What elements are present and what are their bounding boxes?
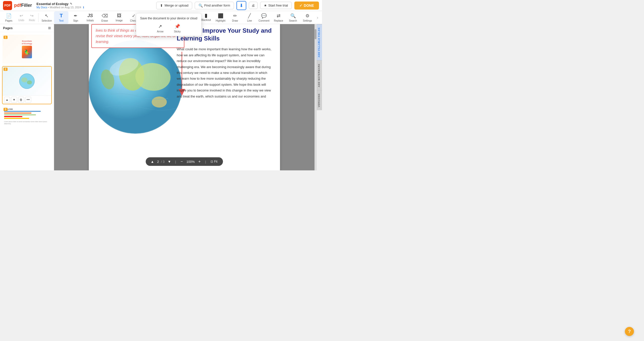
- download-icon: ⬇: [239, 3, 243, 8]
- find-form-button[interactable]: 🔍 Find another form: [195, 2, 234, 9]
- logo-text: pdfFiller: [14, 3, 32, 8]
- zoom-in-button[interactable]: +: [197, 159, 202, 164]
- logo-icon-text: PDF: [4, 4, 11, 7]
- page-prev-button[interactable]: ▲: [150, 159, 155, 164]
- fit-label: Fit: [214, 160, 217, 163]
- zoom-level: 100%: [186, 160, 195, 164]
- page-down-button[interactable]: ▼: [11, 97, 17, 103]
- initials-tool[interactable]: JS Initials: [83, 11, 98, 24]
- sidebar-title: Pages: [3, 26, 13, 30]
- redo-icon: ↪: [30, 13, 33, 18]
- expand-icon: ›: [317, 16, 318, 20]
- redo-button[interactable]: ↪ Redo: [27, 11, 37, 24]
- download-button[interactable]: ⬇: [236, 1, 246, 10]
- erase-icon: ⌫: [102, 13, 108, 19]
- top-bar: PDF pdfFiller Essential of Ecology ✎ My …: [0, 0, 322, 11]
- pages-icon: 📄: [6, 13, 12, 19]
- page-thumb-1[interactable]: 1 Essentialsof Ecology 🦜: [2, 34, 52, 64]
- page-thumb-2[interactable]: 2 ▲ ▼ 🗑 •••: [2, 66, 52, 104]
- trial-button[interactable]: ★ Start free trial: [260, 2, 292, 9]
- highlight-icon: ⬛: [218, 13, 223, 19]
- logo-icon: PDF: [3, 1, 12, 10]
- add-watermark-tab[interactable]: ADD WATERMARK: [317, 60, 322, 90]
- fit-icon: ⊡: [211, 160, 213, 163]
- settings-tool[interactable]: ⚙ Settings: [300, 11, 315, 24]
- merge-upload-button[interactable]: ⬆ Merge or upload: [156, 2, 192, 9]
- main-layout: Pages ⊞ 1 Essentialsof Ecology 🦜: [0, 24, 322, 170]
- tooltip-actions: ↗ Arrow 📌 Sticky: [140, 24, 197, 33]
- page-1-num: 1: [4, 36, 8, 39]
- check-icon: ✓: [132, 13, 136, 19]
- scroll-track[interactable]: [314, 24, 316, 170]
- right-panels: ADD FILLABLE FIELDS ADD WATERMARK VERSIO…: [316, 24, 322, 170]
- right-body: What could be more important than learni…: [177, 46, 272, 99]
- versions-tab[interactable]: VERSIONS: [317, 90, 322, 110]
- page-up-button[interactable]: ▲: [4, 97, 10, 103]
- sidebar-pages: 1 Essentialsof Ecology 🦜 2: [0, 32, 54, 170]
- arrow-icon: ↗: [158, 24, 162, 29]
- tooltip-text: Save the document to your device or clou…: [140, 16, 197, 21]
- page-next-button[interactable]: ▼: [167, 159, 172, 164]
- page-thumb-3[interactable]: 3 ANALYSIS Lorem ipsum dolor sit amet co…: [2, 106, 52, 136]
- draw-tool[interactable]: ✏ Draw: [228, 11, 242, 24]
- doc-meta: My Docs • Modified on Aug 13, 2024 ℹ: [36, 6, 84, 9]
- page-1-preview: Essentialsof Ecology 🦜: [3, 35, 51, 64]
- zoom-out-button[interactable]: −: [179, 159, 184, 164]
- pages-tool[interactable]: 📄 Pages: [2, 11, 16, 24]
- merge-icon: ⬆: [160, 4, 163, 8]
- page-2-controls: ▲ ▼ 🗑 •••: [3, 95, 51, 104]
- page-3-preview: ANALYSIS Lorem ipsum dolor sit amet cons…: [3, 107, 51, 136]
- globe-thumb-svg: [18, 72, 36, 90]
- sticky-label: Sticky: [174, 30, 181, 33]
- fit-button[interactable]: ⊡ Fit: [209, 159, 219, 164]
- page-divider: / 3: [161, 160, 165, 164]
- replace-icon: ⇄: [277, 13, 280, 19]
- line-tool[interactable]: ╱ Line: [242, 11, 257, 24]
- sidebar-options-icon[interactable]: ⊞: [48, 26, 51, 30]
- tooltip-popup: Save the document to your device or clou…: [136, 13, 202, 36]
- toolbar: 📄 Pages ↩ Undo ↪ Redo ↖ Selection T Text…: [0, 11, 322, 24]
- sign-icon: ✒: [74, 13, 77, 19]
- search-tool[interactable]: 🔍 Search: [286, 11, 300, 24]
- image-tool[interactable]: 🖼 Image: [112, 11, 127, 24]
- undo-button[interactable]: ↩ Undo: [16, 11, 27, 24]
- replace-tool[interactable]: ⇄ Replace: [271, 11, 286, 24]
- comment-tool[interactable]: 💬 Comment: [257, 11, 271, 24]
- svg-point-2: [27, 80, 32, 84]
- current-page: 2: [157, 160, 159, 164]
- page-2-preview: [3, 67, 51, 95]
- text-tool[interactable]: T Text: [54, 11, 69, 24]
- arrow-action[interactable]: ↗ Arrow: [153, 24, 168, 33]
- doc-title: Essential of Ecology ✎ My Docs • Modifie…: [36, 2, 84, 9]
- erase-tool[interactable]: ⌫ Erase: [97, 11, 112, 24]
- page-more-button[interactable]: •••: [25, 97, 31, 103]
- comment-icon: 💬: [261, 13, 267, 19]
- selection-tool[interactable]: ↖ Selection: [39, 11, 54, 24]
- toolbar-expand[interactable]: ›: [315, 11, 320, 24]
- trial-star-icon: ★: [264, 4, 267, 7]
- breadcrumb-link[interactable]: My Docs: [36, 6, 47, 9]
- svg-point-8: [152, 96, 167, 108]
- undo-icon: ↩: [20, 13, 23, 18]
- sign-tool[interactable]: ✒ Sign: [68, 11, 83, 24]
- done-button[interactable]: ✓ DONE: [294, 2, 319, 10]
- sticky-action[interactable]: 📌 Sticky: [170, 24, 185, 33]
- sidebar: Pages ⊞ 1 Essentialsof Ecology 🦜: [0, 24, 54, 170]
- add-fillable-fields-tab[interactable]: ADD FILLABLE FIELDS: [317, 24, 322, 60]
- search-icon: 🔍: [290, 13, 296, 19]
- pdf-page-2: lives to think of things as connected, e…: [89, 24, 280, 170]
- sticky-icon: 📌: [175, 24, 180, 29]
- logo-area: PDF pdfFiller: [3, 1, 32, 10]
- scroll-thumb[interactable]: [315, 29, 316, 39]
- edit-title-icon[interactable]: ✎: [70, 2, 72, 6]
- svg-point-1: [21, 77, 27, 82]
- blackout-icon: ■: [205, 14, 207, 18]
- find-icon: 🔍: [198, 4, 203, 8]
- highlight-tool[interactable]: ⬛ Highlight: [213, 11, 228, 24]
- doc-name: Essential of Ecology ✎: [36, 2, 84, 6]
- draw-icon: ✏: [233, 13, 237, 19]
- right-content: You Can Improve Your Study and Learning …: [177, 27, 272, 99]
- page-delete-button[interactable]: 🗑: [18, 97, 24, 103]
- print-button[interactable]: 🖨: [249, 2, 258, 9]
- settings-icon: ⚙: [305, 13, 309, 19]
